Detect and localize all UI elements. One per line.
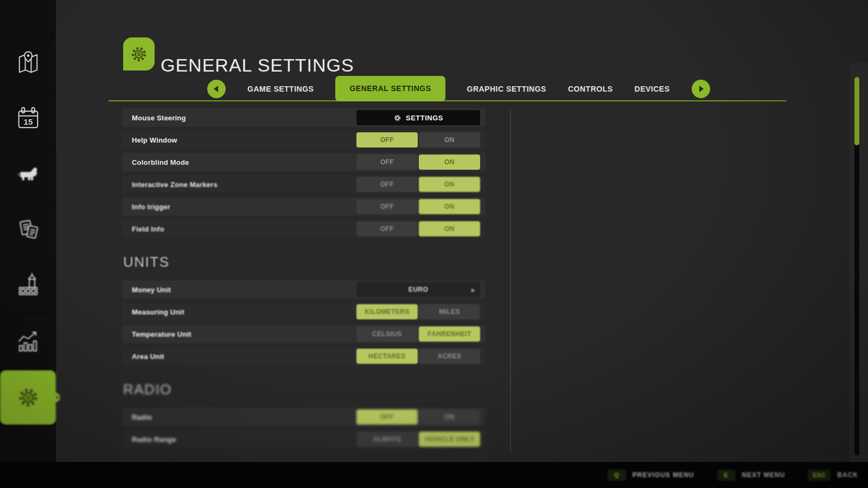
footer-bar: Q PREVIOUS MENU E NEXT MENU ESC BACK [0, 462, 868, 488]
calendar-icon: 15 [14, 104, 42, 132]
setting-label: Measuring Unit [122, 308, 184, 316]
setting-row-interactive-zone-markers: Interactive Zone Markers OFF ON [122, 175, 486, 194]
radio-range-always-option[interactable]: ALWAYS [356, 432, 418, 447]
radio-range-vehicle-only-option[interactable]: VEHICLE ONLY [419, 432, 480, 447]
shortcut-label: BACK [837, 471, 858, 479]
next-menu-shortcut[interactable]: E NEXT MENU [717, 470, 786, 481]
setting-label: Interactive Zone Markers [122, 181, 218, 189]
sidebar-item-calendar[interactable]: 15 [0, 91, 56, 145]
key-badge: Q [608, 470, 626, 481]
units-section-heading: UNITS [122, 242, 486, 280]
gear-icon [15, 384, 42, 411]
gear-icon [393, 114, 401, 122]
map-icon [14, 48, 42, 76]
field-info-off-option[interactable]: OFF [356, 221, 418, 236]
shortcut-label: NEXT MENU [742, 471, 786, 479]
key-badge: ESC [808, 470, 831, 481]
mouse-steering-settings-button[interactable]: SETTINGS [356, 110, 480, 125]
tabs-prev-arrow-button[interactable] [207, 80, 226, 98]
shortcut-label: PREVIOUS MENU [633, 471, 694, 479]
setting-label: Area Unit [122, 352, 164, 361]
factory-icon [14, 272, 42, 300]
help-window-on-option[interactable]: ON [419, 132, 480, 147]
sidebar-spacer [0, 426, 56, 462]
sidebar-item-production[interactable] [0, 259, 56, 313]
money-unit-selector[interactable]: EURO ▸ [356, 282, 480, 297]
field-info-on-option[interactable]: ON [419, 221, 480, 236]
chart-icon [14, 328, 42, 356]
tab-devices[interactable]: DEVICES [635, 85, 670, 93]
info-trigger-off-option[interactable]: OFF [356, 199, 418, 214]
setting-label: Colorblind Mode [122, 158, 189, 166]
radio-off-option[interactable]: OFF [356, 409, 418, 425]
setting-label: Radio Range [122, 435, 176, 444]
setting-label: Temperature Unit [122, 330, 192, 338]
measuring-miles-option[interactable]: MILES [419, 304, 480, 319]
sidebar: 15 [0, 0, 56, 462]
tab-bar: GAME SETTINGS GENERAL SETTINGS GRAPHIC S… [207, 76, 685, 101]
svg-text:15: 15 [23, 117, 33, 126]
setting-label: Field Info [122, 225, 164, 233]
radio-section-heading: RADIO [122, 369, 486, 408]
tab-general-settings[interactable]: GENERAL SETTINGS [335, 76, 445, 101]
setting-label: Money Unit [122, 286, 171, 294]
page-scrollbar-thumb[interactable] [854, 77, 859, 145]
button-label: SETTINGS [406, 114, 443, 122]
page-title-badge [123, 37, 155, 70]
radio-on-option[interactable]: ON [419, 409, 480, 425]
page-title: GENERAL SETTINGS [161, 55, 354, 76]
setting-label: Info trigger [122, 203, 170, 211]
units-section: UNITS Money Unit EURO ▸ Measuring Unit K… [122, 242, 486, 365]
setting-row-colorblind-mode: Colorblind Mode OFF ON [122, 153, 486, 171]
radio-section: RADIO Radio OFF ON Radio Range ALWAYS VE… [122, 369, 486, 448]
tab-game-settings[interactable]: GAME SETTINGS [247, 85, 314, 93]
list-scrollbar-track[interactable] [510, 110, 511, 452]
setting-row-radio: Radio OFF ON [122, 408, 486, 426]
setting-row-temperature-unit: Temperature Unit CELSIUS FAHRENHEIT [122, 325, 486, 343]
sidebar-item-statistics[interactable] [0, 314, 56, 369]
zone-markers-on-option[interactable]: ON [419, 177, 480, 192]
page-scrollbar [850, 63, 868, 468]
tab-controls[interactable]: CONTROLS [568, 85, 613, 93]
setting-label: Radio [122, 413, 152, 421]
info-trigger-on-option[interactable]: ON [419, 199, 480, 214]
cow-icon [14, 160, 42, 188]
previous-menu-shortcut[interactable]: Q PREVIOUS MENU [608, 470, 694, 481]
footer-shortcuts: Q PREVIOUS MENU E NEXT MENU ESC BACK [585, 470, 858, 481]
setting-row-radio-range: Radio Range ALWAYS VEHICLE ONLY [122, 430, 486, 448]
selector-value: EURO [409, 286, 429, 293]
setting-row-help-window: Help Window OFF ON [122, 131, 486, 149]
temperature-celsius-option[interactable]: CELSIUS [356, 326, 418, 342]
sidebar-spacer [0, 0, 56, 34]
setting-row-info-trigger: Info trigger OFF ON [122, 197, 486, 216]
tabs-next-arrow-button[interactable] [692, 80, 710, 98]
chevron-right-icon[interactable]: ▸ [471, 286, 475, 294]
colorblind-off-option[interactable]: OFF [356, 155, 418, 170]
general-settings-screen: 15 [0, 0, 868, 488]
gear-icon [128, 43, 150, 65]
key-badge: E [717, 470, 736, 481]
help-window-off-option[interactable]: OFF [356, 132, 418, 147]
temperature-fahrenheit-option[interactable]: FAHRENHEIT [419, 326, 480, 342]
chevron-right-icon [699, 86, 704, 92]
setting-row-mouse-steering: Mouse Steering SETTINGS [122, 108, 486, 127]
sidebar-item-animals[interactable] [0, 147, 56, 201]
tab-graphic-settings[interactable]: GRAPHIC SETTINGS [467, 85, 546, 93]
general-rows: Mouse Steering SETTINGS Help Window OFF [122, 108, 486, 238]
sidebar-item-contracts[interactable] [0, 203, 56, 257]
measuring-kilometers-option[interactable]: KILOMETERS [356, 304, 418, 319]
area-hectares-option[interactable]: HECTARES [356, 349, 418, 364]
zone-markers-off-option[interactable]: OFF [356, 177, 418, 192]
sidebar-item-settings[interactable] [0, 370, 56, 425]
colorblind-on-option[interactable]: ON [419, 155, 480, 170]
documents-icon [14, 216, 42, 244]
active-item-bump [50, 393, 60, 402]
back-shortcut[interactable]: ESC BACK [808, 470, 858, 481]
setting-row-measuring-unit: Measuring Unit KILOMETERS MILES [122, 303, 486, 321]
sidebar-item-map[interactable] [0, 35, 56, 89]
setting-row-field-info: Field Info OFF ON [122, 220, 486, 238]
setting-row-money-unit: Money Unit EURO ▸ [122, 280, 486, 299]
area-acres-option[interactable]: ACRES [419, 349, 480, 364]
setting-label: Help Window [122, 136, 177, 144]
setting-label: Mouse Steering [122, 114, 186, 122]
